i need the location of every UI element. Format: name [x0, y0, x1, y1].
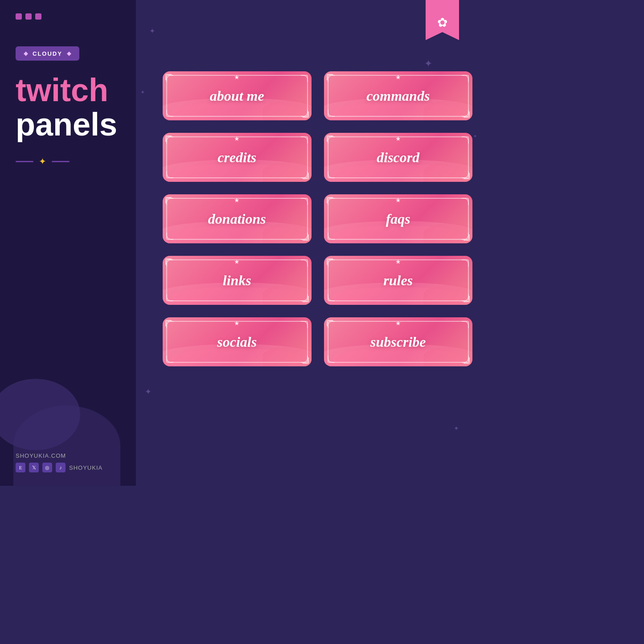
panel-label-faqs: faqs [386, 211, 410, 227]
sparkle-3: ✦ [140, 89, 145, 96]
panel-donations[interactable]: ★ donations [163, 194, 312, 243]
diamond-left-icon: ◆ [24, 50, 28, 57]
main-area: ✦ ✦ ✦ ✦ ✦ ✦ ✿ ★ about me ★ commands ★ [136, 0, 486, 486]
panel-label-links: links [223, 272, 251, 289]
flower-icon: ✿ [437, 15, 447, 30]
etsy-icon[interactable]: E [16, 463, 25, 472]
footer-website: SHOYUKIA.COM [16, 452, 103, 459]
twitter-icon[interactable]: 𝕏 [29, 463, 39, 472]
panels-grid: ★ about me ★ commands ★ credits ★ [163, 71, 472, 366]
divider-line-right [52, 161, 70, 162]
cloudy-badge: ◆ CLOUDY ◆ [16, 46, 79, 61]
tiktok-icon[interactable]: ♪ [56, 463, 66, 472]
footer-socials: E 𝕏 ◎ ♪ SHOYUKIA [16, 463, 103, 472]
window-dots [16, 13, 120, 20]
panel-about-me[interactable]: ★ about me [163, 71, 312, 120]
sparkle-4: ✦ [145, 387, 152, 397]
star-icon: ★ [395, 258, 401, 265]
panel-label-commands: commands [366, 88, 430, 104]
panel-label-about-me: about me [210, 88, 264, 104]
divider-diamond-icon: ✦ [39, 156, 46, 167]
panel-discord[interactable]: ★ discord [324, 133, 473, 182]
star-icon: ★ [234, 135, 240, 142]
diamond-right-icon: ◆ [67, 50, 71, 57]
title-twitch: twitch [16, 74, 120, 106]
star-icon: ★ [395, 197, 401, 204]
sparkle-1: ✦ [149, 27, 155, 35]
panel-subscribe[interactable]: ★ subscribe [324, 317, 473, 366]
footer-handle: SHOYUKIA [69, 464, 103, 471]
panel-credits[interactable]: ★ credits [163, 133, 312, 182]
panel-label-rules: rules [383, 272, 413, 289]
star-icon: ★ [234, 197, 240, 204]
sparkle-6: ✦ [473, 134, 477, 139]
panel-label-socials: socials [217, 334, 257, 350]
panel-label-credits: credits [217, 149, 256, 166]
divider-line-left [16, 161, 33, 162]
sparkle-2: ✦ [424, 58, 432, 70]
footer-info: SHOYUKIA.COM E 𝕏 ◎ ♪ SHOYUKIA [16, 452, 103, 472]
instagram-icon[interactable]: ◎ [42, 463, 52, 472]
panel-links[interactable]: ★ links [163, 256, 312, 305]
star-icon: ★ [234, 258, 240, 265]
sparkle-5: ✦ [454, 425, 459, 432]
divider-row: ✦ [16, 156, 120, 167]
window-dot-2 [25, 13, 32, 20]
bookmark-decoration: ✿ [426, 0, 459, 40]
badge-text: CLOUDY [33, 50, 62, 57]
panel-rules[interactable]: ★ rules [324, 256, 473, 305]
star-icon: ★ [395, 74, 401, 81]
window-dot-1 [16, 13, 22, 20]
panel-faqs[interactable]: ★ faqs [324, 194, 473, 243]
star-icon: ★ [395, 135, 401, 142]
panel-commands[interactable]: ★ commands [324, 71, 473, 120]
sidebar-decoration-2 [13, 406, 120, 486]
panel-label-subscribe: subscribe [370, 334, 426, 350]
panel-label-discord: discord [377, 149, 419, 166]
panel-socials[interactable]: ★ socials [163, 317, 312, 366]
sidebar: ◆ CLOUDY ◆ twitch panels ✦ SHOYUKIA.COM … [0, 0, 136, 486]
window-dot-3 [35, 13, 41, 20]
panel-label-donations: donations [208, 211, 266, 227]
title-panels: panels [16, 108, 120, 140]
star-icon: ★ [395, 320, 401, 327]
star-icon: ★ [234, 320, 240, 327]
star-icon: ★ [234, 74, 240, 81]
